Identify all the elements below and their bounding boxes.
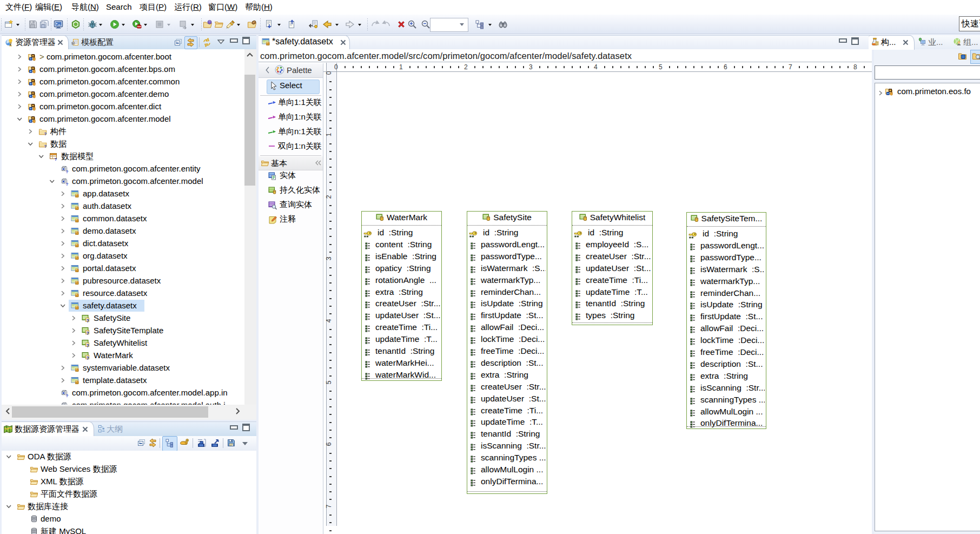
svg-text:?: ? bbox=[87, 318, 89, 322]
svg-text:?: ? bbox=[87, 355, 89, 360]
svg-text:?: ? bbox=[66, 182, 69, 186]
svg-text:?: ? bbox=[87, 343, 89, 347]
svg-text:?: ? bbox=[66, 393, 69, 398]
svg-text:?: ? bbox=[44, 131, 47, 136]
svg-text:?: ? bbox=[55, 157, 57, 161]
svg-text:?: ? bbox=[44, 144, 47, 148]
svg-text:?: ? bbox=[87, 331, 89, 335]
svg-text:?: ? bbox=[66, 169, 69, 174]
